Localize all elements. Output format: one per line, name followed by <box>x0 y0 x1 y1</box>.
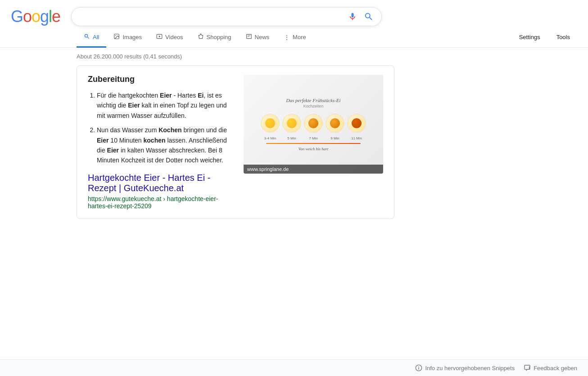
snippet-image-container: Das perfekte Frühstücks-Ei Kochzeiten 3-… <box>244 75 383 174</box>
tab-news[interactable]: News <box>239 28 277 48</box>
eggs-row <box>261 114 366 133</box>
snippet-result-title[interactable]: Hartgekochte Eier - Hartes Ei - Rezept |… <box>88 173 233 193</box>
snippet-list: Für die hartgekochten Eier - Hartes Ei, … <box>88 90 233 166</box>
image-source: www.springlane.de <box>244 165 383 174</box>
results-count: About 26.200.000 results (0,41 seconds) <box>0 48 588 65</box>
egg-hard-1 <box>347 114 366 133</box>
tab-images[interactable]: Images <box>106 28 149 48</box>
snippet-link-title-text: Hartgekochte Eier - Hartes Ei - Rezept |… <box>88 173 210 193</box>
tab-shopping[interactable]: Shopping <box>190 28 239 48</box>
tab-videos[interactable]: Videos <box>149 28 190 48</box>
logo-e: e <box>52 7 60 26</box>
egg-time-5: 11 Min <box>347 136 366 140</box>
tab-more[interactable]: ⋮ More <box>276 28 313 48</box>
svg-point-0 <box>352 15 354 18</box>
snippet-title: Zubereitung <box>88 75 233 84</box>
header: Google ei kochen <box>0 0 588 26</box>
snippet-url: https://www.gutekueche.at › hartgekochte… <box>88 195 233 210</box>
snippet-text: Zubereitung Für die hartgekochten Eier -… <box>88 75 233 210</box>
logo-g2: g <box>40 7 49 26</box>
egg-medium-2 <box>326 114 344 133</box>
news-icon <box>246 33 252 41</box>
tab-videos-label: Videos <box>165 34 183 40</box>
search-icons <box>347 11 374 22</box>
settings-label: Settings <box>519 34 540 40</box>
tab-shopping-label: Shopping <box>207 34 231 40</box>
search-input[interactable]: ei kochen <box>79 12 344 22</box>
egg-time-2: 5 Min <box>282 136 301 140</box>
logo-o2: o <box>32 7 40 26</box>
egg-time-1: 3-4 Min <box>261 136 280 140</box>
featured-snippet: Zubereitung Für die hartgekochten Eier -… <box>77 65 394 219</box>
egg-soft-1 <box>261 114 280 133</box>
videos-icon <box>156 33 163 41</box>
tab-more-label: More <box>293 34 306 40</box>
search-button[interactable] <box>363 11 374 22</box>
orange-line <box>266 143 361 144</box>
svg-rect-5 <box>246 34 251 38</box>
egg-time-3: 7 Min <box>304 136 323 140</box>
results-count-text: About 26.200.000 results (0,41 seconds) <box>77 53 182 60</box>
list-item: Nun das Wasser zum Kochen bringen und di… <box>97 125 233 166</box>
google-logo[interactable]: Google <box>11 7 60 26</box>
egg-display: Das perfekte Frühstücks-Ei Kochzeiten 3-… <box>244 75 383 174</box>
tab-images-label: Images <box>122 34 142 40</box>
main-content: Zubereitung Für die hartgekochten Eier -… <box>0 65 405 219</box>
egg-time-row: 3-4 Min 5 Min 7 Min 9 Min 11 Min <box>261 136 366 140</box>
tab-news-label: News <box>255 34 270 40</box>
tab-all[interactable]: All <box>77 28 106 48</box>
egg-time-4: 9 Min <box>326 136 344 140</box>
egg-soft-2 <box>282 114 301 133</box>
images-icon <box>113 33 120 41</box>
tools-label: Tools <box>556 34 570 40</box>
egg-display-subtitle: Kochzeiten <box>303 104 324 108</box>
svg-point-2 <box>116 35 117 36</box>
logo-g: G <box>11 7 23 26</box>
nav-settings: Settings Tools <box>512 28 577 47</box>
list-item: Für die hartgekochten Eier - Hartes Ei, … <box>97 90 233 121</box>
tools-link[interactable]: Tools <box>549 28 577 47</box>
egg-display-title: Das perfekte Frühstücks-Ei <box>286 98 341 103</box>
settings-link[interactable]: Settings <box>512 28 547 47</box>
egg-medium-1 <box>304 114 323 133</box>
all-icon <box>84 33 90 41</box>
tab-all-label: All <box>93 34 99 40</box>
logo-o1: o <box>23 7 32 26</box>
snippet-image[interactable]: Das perfekte Frühstücks-Ei Kochzeiten 3-… <box>244 75 383 174</box>
more-icon: ⋮ <box>284 34 290 41</box>
svg-marker-4 <box>159 36 161 38</box>
nav-bar: All Images Videos Shopping News ⋮ More S… <box>0 28 588 48</box>
shopping-icon <box>198 33 204 41</box>
microphone-icon[interactable] <box>347 11 358 22</box>
search-bar: ei kochen <box>71 7 382 26</box>
egg-display-bottom: Von weich bis hart <box>299 147 329 151</box>
